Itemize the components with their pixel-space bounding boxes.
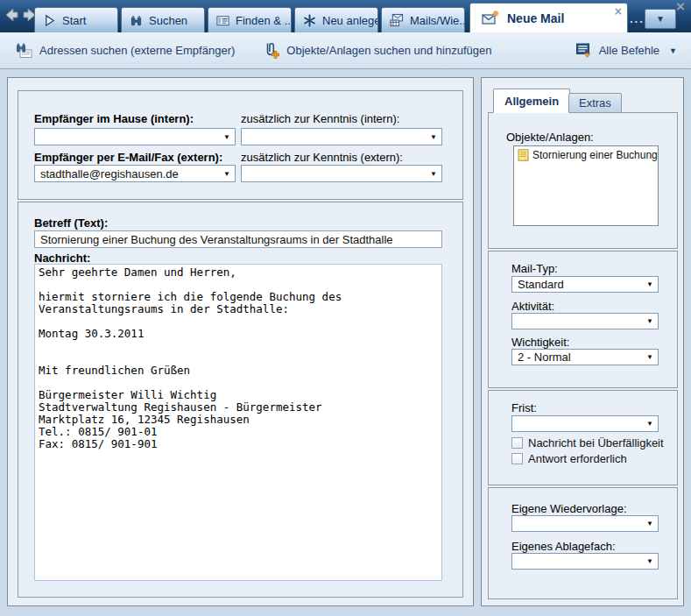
main-area: Empfänger im Hause (intern): ▼ zusätzlic… [0,69,691,616]
cc-internal-combobox[interactable]: ▼ [241,128,442,145]
mail-options-groupbox: Mail-Typ: Standard ▼ Aktivität: ▼ Wichti… [488,251,678,388]
activity-combobox[interactable]: ▼ [511,313,659,329]
tab-label: Suchen [149,14,187,27]
address-search-label: Adressen suchen (externe Empfänger) [39,44,235,57]
close-tab-icon[interactable]: × [615,4,622,18]
object-search-button[interactable]: Objekte/Anlagen suchen und hinzufügen [263,42,491,59]
recipient-external-combobox[interactable]: stadthalle@regishausen.de ▼ [34,165,236,182]
properties-panel: Allgemein Extras Objekte/Anlagen: Storni… [481,77,684,606]
tab-label: Finden & ... [236,14,292,27]
close-window-icon[interactable]: × [676,0,685,16]
tab-allgemein-label: Allgemein [504,95,559,108]
recipient-external-label: Empfänger per E-Mail/Fax (extern): [34,151,222,164]
back-arrow-icon[interactable] [4,7,19,23]
content-groupbox: Betreff (Text): Stornierung einer Buchun… [18,202,463,598]
mail-type-combobox[interactable]: Standard ▼ [511,276,659,293]
overdue-checkbox[interactable] [511,437,523,449]
combo-arrow-icon: ▼ [646,353,653,361]
paperclip-add-icon [263,42,279,59]
tab-finden[interactable]: Finden & ... [208,7,292,32]
recipient-internal-combobox[interactable]: ▼ [34,128,236,145]
address-search-button[interactable]: Adressen suchen (externe Empfänger) [16,42,235,59]
recipients-groupbox: Empfänger im Hause (intern): ▼ zusätzlic… [18,90,463,200]
binoculars-icon [130,14,143,27]
combo-arrow-icon: ▼ [646,420,653,428]
tab-neu-anlegen[interactable]: Neu anlegen [294,7,378,32]
combo-arrow-icon: ▼ [646,520,653,527]
tab-overflow-ellipsis[interactable]: ... [630,12,645,25]
object-search-label: Objekte/Anlagen suchen und hinzufügen [286,44,491,57]
subject-label: Betreff (Text): [34,216,108,230]
address-search-icon [16,42,32,59]
own-resubmission-combobox[interactable]: ▼ [511,515,659,532]
document-icon [518,149,529,161]
chevron-down-icon: ▼ [669,46,677,55]
recipient-internal-label: Empfänger im Hause (intern): [34,112,194,125]
overdue-checkbox-row: Nachricht bei Überfälligkeit [511,436,664,450]
combo-arrow-icon: ▼ [430,133,437,141]
tab-suchen[interactable]: Suchen [121,7,205,32]
combo-arrow-icon: ▼ [430,170,437,178]
combo-arrow-icon: ▼ [223,170,230,178]
tab-bar: Start Suchen Finden & ... [0,0,691,32]
all-commands-button[interactable]: Alle Befehle ▼ [575,42,677,59]
cc-internal-label: zusätzlich zur Kenntnis (intern): [241,112,399,125]
chevron-down-icon: ▼ [656,14,665,24]
importance-label: Wichtigkeit: [511,336,569,349]
combo-arrow-icon: ▼ [646,317,653,325]
attachments-listbox[interactable]: Stornierung einer Buchung... [513,145,659,226]
attachments-groupbox: Objekte/Anlagen: Stornierung einer Buchu… [488,112,678,249]
reply-required-checkbox-label: Antwort erforderlich [528,452,627,465]
active-tab-label: Neue Mail [507,11,564,25]
reply-required-checkbox-row: Antwort erforderlich [511,452,627,465]
message-label: Nachricht: [34,251,90,265]
mail-type-label: Mail-Typ: [511,262,558,275]
asterisk-new-icon [303,14,316,27]
combo-arrow-icon: ▼ [646,280,653,288]
deadline-groupbox: Frist: ▼ Nachricht bei Überfälligkeit An… [488,390,678,485]
start-icon [43,14,56,27]
tab-neue-mail-active[interactable]: Neue Mail × [469,3,628,32]
own-filing-tray-label: Eigenes Ablagefach: [511,540,616,553]
mail-form-panel: Empfänger im Hause (intern): ▼ zusätzlic… [7,77,474,606]
history-nav-arrows [4,7,37,23]
tab-label: Neu anlegen [322,14,378,27]
cc-external-combobox[interactable]: ▼ [241,165,442,182]
deadline-combobox[interactable]: ▼ [511,415,659,432]
tab-strip: Start Suchen Finden & ... [34,7,465,32]
attachments-label: Objekte/Anlagen: [506,131,594,144]
importance-value: 2 - Normal [518,350,643,364]
own-resubmission-label: Eigene Wiedervorlage: [511,502,627,515]
combo-arrow-icon: ▼ [646,557,653,565]
recipient-external-value: stadthalle@regishausen.de [40,167,220,181]
own-filing-tray-combobox[interactable]: ▼ [511,553,659,570]
attachment-item-label: Stornierung einer Buchung... [532,149,658,161]
attachment-list-item[interactable]: Stornierung einer Buchung... [514,146,658,161]
cc-external-label: zusätzlich zur Kenntnis (extern): [241,151,403,164]
subject-input[interactable]: Stornierung einer Buchung des Veranstalt… [34,230,442,248]
mail-type-value: Standard [518,278,643,291]
new-mail-icon [482,11,499,25]
tab-start[interactable]: Start [34,7,118,32]
reply-required-checkbox[interactable] [511,453,523,464]
combo-arrow-icon: ▼ [223,133,230,141]
tab-extras[interactable]: Extras [568,93,622,113]
importance-combobox[interactable]: 2 - Normal ▼ [511,349,659,365]
list-form-icon [216,14,229,27]
overdue-checkbox-label: Nachricht bei Überfälligkeit [528,436,664,450]
tab-list-dropdown-button[interactable]: ▼ [645,9,676,29]
command-toolbar: Adressen suchen (externe Empfänger) Obje… [0,32,691,69]
mail-grid-icon [390,13,404,27]
deadline-label: Frist: [511,401,537,414]
all-commands-label: Alle Befehle [599,44,659,57]
all-commands-icon [575,42,592,59]
activity-label: Aktivität: [511,300,554,313]
tab-allgemein[interactable]: Allgemein [493,89,570,113]
tab-label: Start [62,14,86,27]
tab-extras-label: Extras [579,96,611,110]
tab-mails-wiedervorlagen[interactable]: Mails/Wie... [381,7,465,32]
tab-label: Mails/Wie... [410,14,465,27]
filing-groupbox: Eigene Wiedervorlage: ▼ Eigenes Ablagefa… [488,487,678,599]
subject-value: Stornierung einer Buchung des Veranstalt… [40,233,393,246]
message-textarea[interactable]: Sehr geehrte Damen und Herren, hiermit s… [34,264,442,581]
